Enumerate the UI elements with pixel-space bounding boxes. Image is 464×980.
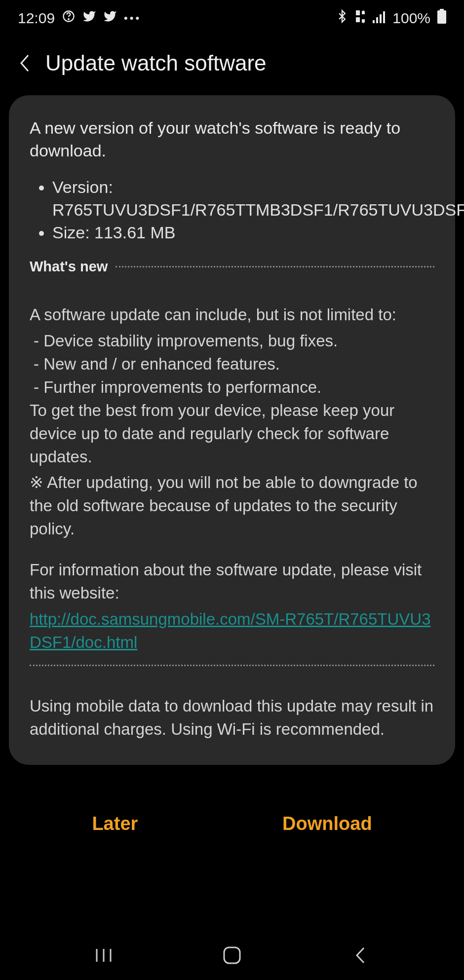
page-title: Update watch software	[45, 51, 267, 75]
twitter-icon	[103, 9, 117, 27]
body-bullet: - New and / or enhanced features.	[30, 353, 434, 376]
navigation-bar	[0, 931, 464, 980]
bluetooth-icon	[335, 9, 349, 27]
update-card: A new version of your watch's software i…	[9, 95, 455, 765]
svg-rect-4	[373, 20, 375, 23]
app-header: Update watch software	[0, 32, 464, 90]
download-button[interactable]: Download	[263, 808, 392, 839]
svg-rect-8	[440, 9, 444, 10]
status-right: 100%	[335, 9, 446, 27]
body-bullet: - Further improvements to performance.	[30, 376, 434, 399]
body-line: To get the best from your device, please…	[30, 399, 434, 469]
home-button[interactable]	[220, 943, 244, 968]
info-link[interactable]: http://doc.samsungmobile.com/SM-R765T/R7…	[30, 610, 431, 651]
whats-new-body: A software update can include, but is no…	[30, 303, 434, 654]
later-button[interactable]: Later	[72, 808, 157, 839]
svg-rect-9	[437, 10, 446, 24]
back-button[interactable]	[18, 54, 32, 73]
svg-rect-2	[356, 10, 360, 15]
version-line: Version: R765TUVU3DSF1/R765TTMB3DSF1/R76…	[52, 176, 434, 222]
update-details: Version: R765TUVU3DSF1/R765TTMB3DSF1/R76…	[30, 176, 434, 244]
more-icon: •••	[124, 12, 141, 25]
data-icon	[356, 10, 366, 27]
recents-button[interactable]	[91, 943, 116, 968]
intro-text: A new version of your watch's software i…	[30, 117, 434, 162]
svg-rect-3	[356, 17, 360, 22]
battery-text: 100%	[392, 10, 430, 27]
twitter-icon	[82, 9, 96, 27]
status-left: 12:09 •••	[18, 9, 141, 27]
signal-icon	[373, 10, 386, 27]
nav-back-button[interactable]	[348, 943, 373, 968]
svg-rect-13	[224, 947, 240, 963]
svg-point-1	[68, 19, 69, 20]
whats-new-header: What's new	[30, 259, 434, 275]
action-buttons: Later Download	[0, 765, 464, 859]
svg-rect-5	[376, 17, 378, 23]
divider-icon	[30, 665, 434, 666]
clock: 12:09	[18, 10, 55, 27]
data-warning: Using mobile data to download this updat…	[30, 695, 434, 741]
svg-rect-6	[380, 14, 382, 23]
whats-new-label: What's new	[30, 259, 108, 275]
body-bullet: - Device stability improvements, bug fix…	[30, 330, 434, 353]
status-bar: 12:09 ••• 100%	[0, 0, 464, 32]
info-text: For information about the software updat…	[30, 559, 434, 605]
body-note: ※ After updating, you will not be able t…	[30, 471, 434, 541]
divider-icon	[116, 266, 434, 267]
svg-rect-7	[383, 11, 385, 23]
size-line: Size: 113.61 MB	[52, 222, 434, 244]
battery-icon	[437, 9, 446, 27]
notification-icon	[62, 9, 76, 27]
body-line: A software update can include, but is no…	[30, 303, 434, 327]
